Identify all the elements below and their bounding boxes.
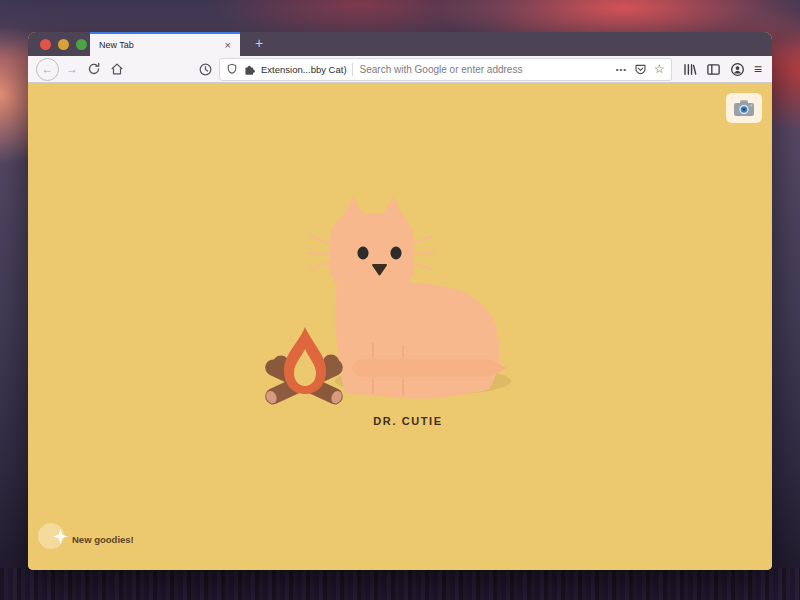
traffic-lights (40, 39, 87, 50)
bookmark-star-icon[interactable]: ☆ (654, 63, 665, 75)
new-goodies-label: New goodies! (72, 534, 134, 551)
forward-icon: → (66, 62, 78, 76)
desktop: { "tab_bar": { "tab_title": "New Tab", "… (0, 0, 800, 600)
back-icon: ← (42, 62, 54, 76)
browser-window: New Tab × + ← → (28, 32, 772, 570)
sparkle-icon (53, 529, 68, 544)
new-goodies-button[interactable]: New goodies! (38, 521, 134, 551)
wallpaper-forest (0, 568, 800, 600)
page-actions-overflow-icon[interactable]: ••• (616, 65, 627, 74)
goodie-gift-icon (38, 521, 68, 551)
screenshot-camera-button[interactable] (726, 93, 762, 123)
campfire (263, 327, 346, 407)
home-button[interactable] (108, 60, 126, 78)
toolbar-right-buttons: ≡ (682, 62, 762, 77)
cat-eye-right (391, 247, 402, 260)
urlbar-separator (352, 63, 353, 76)
pocket-icon[interactable] (634, 63, 647, 76)
extension-puzzle-icon (243, 63, 256, 76)
url-bar[interactable]: Extension...bby Cat) ••• ☆ (219, 58, 672, 81)
tab-new-tab[interactable]: New Tab × (90, 32, 240, 56)
tabby-cat-page: DR. CUTIE New goodies! (28, 83, 772, 570)
close-window-button[interactable] (40, 39, 51, 50)
tab-close-icon[interactable]: × (225, 40, 231, 51)
cat-and-campfire-illustration (253, 193, 543, 418)
hamburger-menu-icon[interactable]: ≡ (754, 62, 762, 76)
page-action-buttons: ••• ☆ (616, 63, 665, 76)
tab-title: New Tab (99, 40, 225, 50)
extension-button-label[interactable]: Extension...bby Cat) (261, 64, 347, 75)
sidebar-icon[interactable] (706, 62, 721, 77)
new-tab-button[interactable]: + (249, 34, 269, 54)
cat-eye-left (358, 247, 369, 260)
tracking-shield-icon[interactable] (226, 63, 238, 75)
reload-button[interactable] (85, 60, 103, 78)
back-button[interactable]: ← (36, 58, 59, 81)
tab-bar: New Tab × + (28, 32, 772, 56)
home-icon (110, 62, 124, 76)
reload-icon (87, 62, 101, 76)
history-clock-icon (198, 62, 213, 77)
forward-button[interactable]: → (64, 62, 80, 76)
zoom-window-button[interactable] (76, 39, 87, 50)
cat-name-label: DR. CUTIE (258, 415, 558, 427)
camera-icon (732, 97, 756, 119)
navigation-toolbar: ← → Exte (28, 56, 772, 83)
account-icon[interactable] (730, 62, 745, 77)
history-button[interactable] (196, 60, 214, 78)
minimize-window-button[interactable] (58, 39, 69, 50)
library-icon[interactable] (682, 62, 697, 77)
search-input[interactable] (358, 63, 611, 76)
